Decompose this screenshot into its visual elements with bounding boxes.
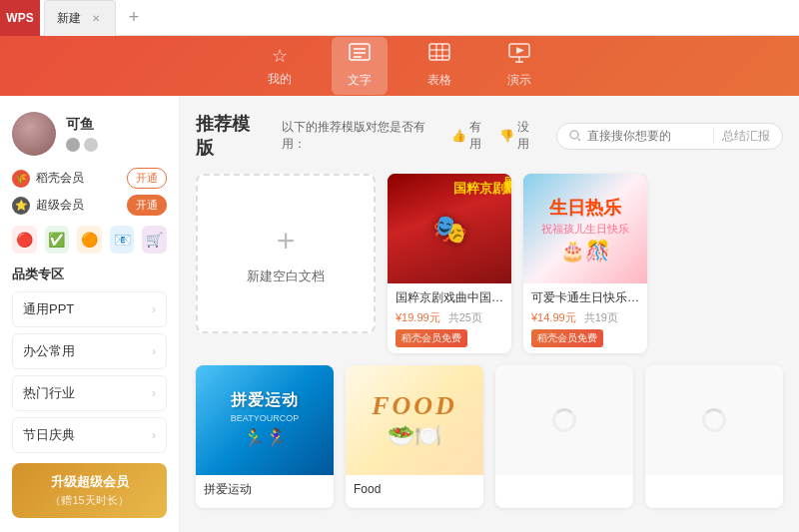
- chevron-icon-1: ›: [152, 344, 156, 358]
- feedback-row: 以下的推荐模版对您是否有用： 👍 有用 👎 没用: [282, 119, 540, 153]
- upgrade-main-text: 升级超级会员: [51, 473, 129, 491]
- template-grid-row1: + 新建空白文档 🎭 国粹京剧 国粹京剧 国粹京剧戏曲中国风文: [196, 174, 783, 353]
- template-price-1: ¥14.99元: [531, 310, 576, 325]
- quick-tool-1[interactable]: 🔴: [12, 226, 37, 254]
- toolbar-table[interactable]: 表格: [411, 37, 467, 95]
- toolbar: ☆ 我的 文字 表格: [0, 36, 799, 96]
- svg-rect-4: [429, 44, 449, 60]
- user-section: 可鱼: [12, 112, 167, 156]
- template-thumb-loading-2: [645, 365, 783, 475]
- tab-close-button[interactable]: ✕: [89, 11, 103, 25]
- template-price-0: ¥19.99元: [396, 310, 440, 325]
- upgrade-button[interactable]: 升级超级会员 （赠15天时长）: [12, 463, 167, 518]
- section-title: 品类专区: [12, 266, 167, 283]
- toolbar-present-label: 演示: [507, 72, 531, 89]
- tab-label: 新建: [57, 10, 81, 27]
- template-card-loading-2[interactable]: [645, 365, 783, 508]
- wps-logo: WPS: [0, 0, 40, 36]
- search-input[interactable]: [587, 129, 707, 143]
- template-info-loading-2: [645, 475, 783, 487]
- search-icon: [569, 130, 581, 142]
- template-name-0: 国粹京剧戏曲中国风文化PPT模: [396, 289, 503, 306]
- quick-tool-3[interactable]: 🟠: [77, 226, 102, 254]
- membership-activate-btn-2[interactable]: 开通: [127, 195, 167, 216]
- status-icon-2: [84, 138, 98, 152]
- avatar: [12, 112, 56, 156]
- template-meta-0: ¥19.99元 共25页: [396, 310, 503, 325]
- template-thumb-opera: 🎭 国粹京剧 国粹京剧: [388, 174, 511, 283]
- quick-tool-5[interactable]: 🛒: [142, 226, 167, 254]
- template-thumb-sport: 拼爱运动 BEATYOURCOP 🏃‍♂️🏃‍♀️: [196, 365, 334, 475]
- chevron-icon-3: ›: [152, 428, 156, 442]
- user-status-icons: [66, 138, 167, 152]
- feedback-notuseful-btn[interactable]: 👎 没用: [499, 119, 540, 153]
- new-doc-card[interactable]: + 新建空白文档: [196, 174, 376, 333]
- loading-spinner-1: [552, 408, 576, 432]
- toolbar-my-label: 我的: [268, 71, 292, 88]
- title-bar: WPS 新建 ✕ +: [0, 0, 799, 36]
- template-card-loading-1[interactable]: [495, 365, 633, 508]
- template-pages-0: 共25页: [448, 310, 482, 325]
- content-title: 推荐模版: [196, 112, 266, 160]
- sidebar: 可鱼 🌾 稻壳会员 开通 ⭐ 超级会员 开通 🔴 ✅ 🟠 📧 🛒 品类专区: [0, 96, 180, 532]
- template-name-sport: 拼爱运动: [204, 481, 326, 498]
- loading-spinner-2: [702, 408, 726, 432]
- membership-row-2: ⭐ 超级会员 开通: [12, 195, 167, 216]
- main-layout: 可鱼 🌾 稻壳会员 开通 ⭐ 超级会员 开通 🔴 ✅ 🟠 📧 🛒 品类专区: [0, 96, 799, 532]
- text-icon: [349, 43, 371, 68]
- template-name-food: Food: [354, 481, 475, 498]
- template-card-food[interactable]: FOOD 🥗🍽️ Food: [346, 365, 483, 508]
- template-thumb-loading-1: [495, 365, 633, 475]
- membership-icon-2: ⭐: [12, 197, 30, 215]
- category-item-0[interactable]: 通用PPT ›: [12, 291, 167, 327]
- upgrade-sub-text: （赠15天时长）: [50, 493, 128, 508]
- new-doc-label: 新建空白文档: [247, 267, 325, 285]
- toolbar-present[interactable]: 演示: [491, 37, 547, 95]
- svg-line-14: [578, 139, 581, 142]
- my-icon: ☆: [272, 45, 288, 67]
- membership-label-1: 稻壳会员: [36, 170, 121, 187]
- summary-btn[interactable]: 总结汇报: [713, 128, 770, 145]
- membership-activate-btn-1[interactable]: 开通: [127, 168, 167, 189]
- template-meta-1: ¥14.99元 共19页: [531, 310, 639, 325]
- membership-row-1: 🌾 稻壳会员 开通: [12, 168, 167, 189]
- quick-tool-2[interactable]: ✅: [45, 226, 70, 254]
- template-thumb-food: FOOD 🥗🍽️: [346, 365, 483, 475]
- template-card-sport[interactable]: 拼爱运动 BEATYOURCOP 🏃‍♂️🏃‍♀️ 拼爱运动: [196, 365, 334, 508]
- template-thumb-birthday: 生日热乐 祝福孩儿生日快乐 🎂🎊: [523, 174, 647, 283]
- content-area: 推荐模版 以下的推荐模版对您是否有用： 👍 有用 👎 没用 总结汇报 +: [180, 96, 799, 532]
- template-tag-1: 稻壳会员免费: [531, 329, 603, 347]
- quick-tool-4[interactable]: 📧: [110, 226, 135, 254]
- chevron-icon-2: ›: [152, 386, 156, 400]
- template-info-loading-1: [495, 475, 633, 487]
- toolbar-text-label: 文字: [348, 72, 372, 89]
- status-icon-1: [66, 138, 80, 152]
- search-bar[interactable]: 总结汇报: [556, 123, 783, 150]
- user-info: 可鱼: [66, 116, 167, 152]
- toolbar-text[interactable]: 文字: [332, 37, 388, 95]
- template-info-sport: 拼爱运动: [196, 475, 334, 508]
- template-pages-1: 共19页: [584, 310, 618, 325]
- new-tab-button[interactable]: +: [120, 4, 148, 32]
- template-info-1: 可爱卡通生日快乐电子相册PPT ¥14.99元 共19页 稻壳会员免费: [523, 283, 647, 353]
- svg-point-13: [570, 131, 578, 139]
- template-card-1[interactable]: 生日热乐 祝福孩儿生日快乐 🎂🎊 可爱卡通生日快乐电子相册PPT ¥14.99元…: [523, 174, 647, 353]
- quick-tools: 🔴 ✅ 🟠 📧 🛒: [12, 226, 167, 254]
- tab-new[interactable]: 新建 ✕: [44, 0, 116, 36]
- svg-marker-12: [516, 47, 524, 54]
- category-item-3[interactable]: 节日庆典 ›: [12, 417, 167, 453]
- template-name-1: 可爱卡通生日快乐电子相册PPT: [531, 289, 639, 306]
- content-header: 推荐模版 以下的推荐模版对您是否有用： 👍 有用 👎 没用 总结汇报: [196, 112, 783, 160]
- template-grid-row2: 拼爱运动 BEATYOURCOP 🏃‍♂️🏃‍♀️ 拼爱运动 FOOD: [196, 365, 783, 508]
- chevron-icon-0: ›: [152, 302, 156, 316]
- feedback-useful-btn[interactable]: 👍 有用: [451, 119, 492, 153]
- toolbar-my[interactable]: ☆ 我的: [252, 39, 308, 94]
- template-info-food: Food: [346, 475, 483, 508]
- category-item-1[interactable]: 办公常用 ›: [12, 333, 167, 369]
- template-info-0: 国粹京剧戏曲中国风文化PPT模 ¥19.99元 共25页 稻壳会员免费: [388, 283, 511, 353]
- feedback-text: 以下的推荐模版对您是否有用：: [282, 119, 443, 153]
- category-item-2[interactable]: 热门行业 ›: [12, 375, 167, 411]
- template-card-0[interactable]: 🎭 国粹京剧 国粹京剧 国粹京剧戏曲中国风文化PPT模 ¥19.99元 共25页…: [388, 174, 511, 353]
- table-icon: [428, 43, 450, 68]
- plus-icon: +: [277, 223, 296, 260]
